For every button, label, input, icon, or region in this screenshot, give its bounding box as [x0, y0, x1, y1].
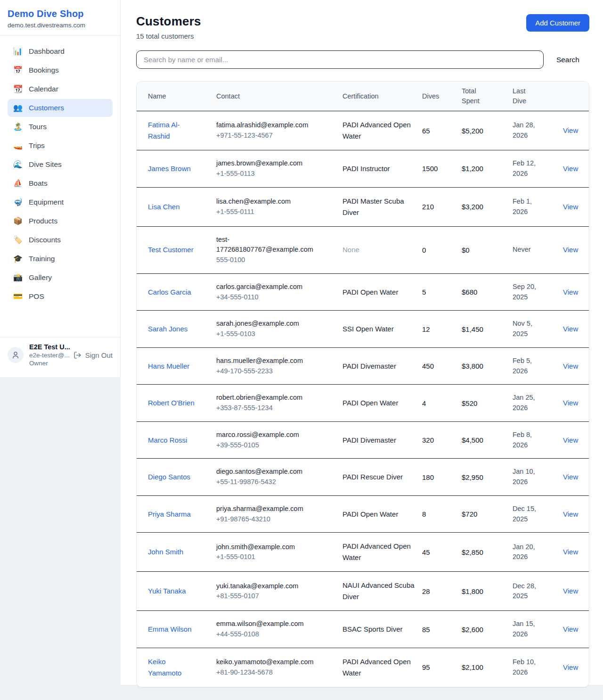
view-link[interactable]: View — [563, 362, 578, 370]
sidebar-item-boats[interactable]: ⛵Boats — [8, 174, 113, 192]
customer-contact-cell: marco.rossi@example.com+39-555-0105 — [216, 422, 342, 459]
customers-table: Name Contact Certification Dives Total S… — [136, 81, 589, 687]
column-header-name: Name — [148, 87, 216, 106]
customer-certification: PADI Divemaster — [342, 353, 422, 380]
customer-name-link[interactable]: Marco Rossi — [148, 435, 187, 446]
customer-name-link[interactable]: James Brown — [148, 163, 191, 174]
customer-dives: 45 — [422, 540, 462, 564]
customer-last-dive: Jan 15, 2026 — [513, 611, 563, 648]
column-header-last-dive: Last Dive — [513, 82, 563, 111]
view-link[interactable]: View — [563, 473, 578, 481]
view-link[interactable]: View — [563, 587, 578, 595]
sidebar-item-label: Gallery — [29, 273, 52, 282]
customer-dives: 5 — [422, 280, 462, 304]
customer-email: carlos.garcia@example.com — [216, 282, 320, 292]
customer-total-spent: $2,600 — [462, 618, 513, 642]
view-link[interactable]: View — [563, 203, 578, 211]
customer-name-cell: Priya Sharma — [148, 501, 216, 528]
customer-dives: 210 — [422, 195, 462, 219]
main-content: Customers 15 total customers Add Custome… — [121, 0, 603, 685]
customer-dives: 320 — [422, 428, 462, 452]
customer-name-link[interactable]: Fatima Al-Rashid — [148, 119, 195, 142]
sidebar-item-label: Equipment — [29, 198, 64, 206]
sidebar-item-discounts[interactable]: 🏷️Discounts — [8, 231, 113, 249]
customer-name-cell: Carlos Garcia — [148, 279, 216, 306]
view-link[interactable]: View — [563, 246, 578, 254]
view-link[interactable]: View — [563, 399, 578, 407]
view-link[interactable]: View — [563, 436, 578, 444]
sidebar-item-label: Tours — [29, 123, 47, 131]
person-icon — [11, 351, 20, 359]
search-button[interactable]: Search — [556, 56, 579, 64]
customer-name-cell: Emma Wilson — [148, 616, 216, 643]
customer-name-link[interactable]: Lisa Chen — [148, 201, 180, 213]
customer-last-dive: Nov 5, 2025 — [513, 311, 563, 347]
customer-last-dive: Jan 25, 2026 — [513, 385, 563, 421]
sidebar-item-bookings[interactable]: 📅Bookings — [8, 61, 113, 79]
sidebar-item-trips[interactable]: 🚤Trips — [8, 137, 113, 155]
view-link[interactable]: View — [563, 625, 578, 633]
products-icon: 📦 — [13, 217, 23, 225]
user-name: E2E Test U... — [29, 343, 68, 351]
sidebar-item-products[interactable]: 📦Products — [8, 212, 113, 230]
sidebar-item-gallery[interactable]: 📸Gallery — [8, 269, 113, 287]
customer-name-link[interactable]: Robert O'Brien — [148, 397, 195, 409]
bookings-icon: 📅 — [13, 66, 23, 74]
customer-last-dive: Jan 20, 2026 — [513, 534, 563, 571]
table-row: Test Customertest-1772681807767@example.… — [137, 227, 589, 274]
customer-name-link[interactable]: Priya Sharma — [148, 509, 191, 520]
customer-name-link[interactable]: Hans Mueller — [148, 361, 189, 372]
customer-total-spent: $520 — [462, 391, 513, 415]
table-row: Carlos Garciacarlos.garcia@example.com+3… — [137, 274, 589, 311]
view-link[interactable]: View — [563, 663, 578, 671]
view-link[interactable]: View — [563, 165, 578, 173]
customer-email: yuki.tanaka@example.com — [216, 581, 320, 592]
customer-total-spent: $0 — [462, 238, 513, 262]
customer-certification: PADI Open Water — [342, 279, 422, 306]
customer-certification: PADI Open Water — [342, 501, 422, 528]
column-header-actions — [563, 91, 578, 101]
customer-name-cell: Lisa Chen — [148, 193, 216, 221]
customer-phone: +44-555-0108 — [216, 629, 320, 640]
table-row: Keiko Yamamotokeiko.yamamoto@example.com… — [137, 648, 589, 687]
customer-name-link[interactable]: Test Customer — [148, 244, 194, 255]
customer-name-cell: Fatima Al-Rashid — [148, 111, 216, 150]
customer-name-link[interactable]: Diego Santos — [148, 471, 190, 483]
customer-dives: 1500 — [422, 156, 462, 181]
customer-total-spent: $1,800 — [462, 579, 513, 603]
customer-phone: +49-170-555-2233 — [216, 366, 320, 377]
search-input[interactable] — [136, 50, 544, 69]
customer-actions-cell: View — [563, 238, 578, 262]
avatar — [8, 347, 24, 363]
customer-phone: +1-555-0113 — [216, 169, 320, 179]
sidebar-item-tours[interactable]: 🏝️Tours — [8, 118, 113, 136]
table-row: Hans Muellerhans.mueller@example.com+49-… — [137, 348, 589, 385]
sidebar-item-dashboard[interactable]: 📊Dashboard — [8, 42, 113, 60]
view-link[interactable]: View — [563, 325, 578, 333]
view-link[interactable]: View — [563, 126, 578, 134]
sidebar-item-pos[interactable]: 💳POS — [8, 288, 113, 305]
view-link[interactable]: View — [563, 288, 578, 296]
customer-name-link[interactable]: Emma Wilson — [148, 624, 192, 635]
sidebar-item-training[interactable]: 🎓Training — [8, 250, 113, 268]
customer-name-link[interactable]: Keiko Yamamoto — [148, 656, 195, 679]
customer-name-link[interactable]: Sarah Jones — [148, 323, 187, 335]
add-customer-button[interactable]: Add Customer — [526, 14, 589, 32]
pos-icon: 💳 — [13, 293, 23, 300]
customer-dives: 450 — [422, 354, 462, 378]
customer-name-cell: Hans Mueller — [148, 353, 216, 380]
view-link[interactable]: View — [563, 548, 578, 556]
tours-icon: 🏝️ — [13, 123, 23, 131]
sidebar-item-label: Discounts — [29, 236, 61, 244]
view-link[interactable]: View — [563, 510, 578, 518]
customer-last-dive: Feb 12, 2026 — [513, 150, 563, 187]
customer-name-link[interactable]: John Smith — [148, 546, 183, 558]
customer-name-link[interactable]: Carlos Garcia — [148, 287, 191, 298]
sidebar-item-dive-sites[interactable]: 🌊Dive Sites — [8, 156, 113, 173]
sidebar-item-customers[interactable]: 👥Customers — [8, 99, 113, 117]
customer-name-cell: Yuki Tanaka — [148, 577, 216, 605]
sidebar-item-equipment[interactable]: 🤿Equipment — [8, 193, 113, 211]
sidebar-item-calendar[interactable]: 📆Calendar — [8, 80, 113, 98]
customer-name-link[interactable]: Yuki Tanaka — [148, 585, 186, 597]
sign-out-button[interactable]: Sign Out — [73, 351, 113, 359]
